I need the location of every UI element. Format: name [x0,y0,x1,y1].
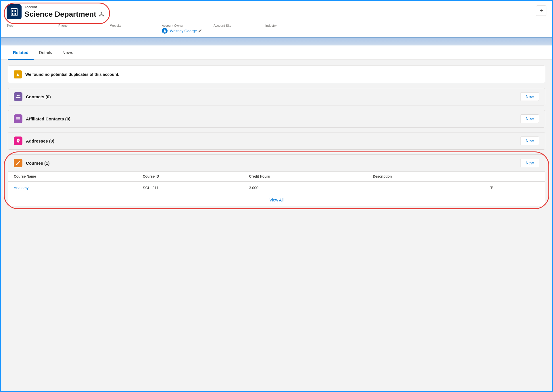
type-label: Type [7,24,47,27]
industry-field: Industry [265,24,306,34]
course-name-cell: Anatomy [8,182,137,194]
addresses-title: Addresses (0) [26,139,520,143]
course-name-link[interactable]: Anatomy [14,186,28,190]
account-site-field: Account Site [214,24,254,34]
hierarchy-icon[interactable] [99,11,104,17]
col-course-name: Course Name [8,172,137,182]
account-name: Science Department [24,10,104,19]
account-header: Account Science Department + Type Phone [1,1,552,37]
addresses-new-button[interactable]: New [520,137,539,145]
svg-point-2 [102,15,104,16]
svg-point-1 [99,15,101,16]
col-actions [483,172,545,182]
addresses-card-header: Addresses (0) New [8,132,545,149]
col-credit-hours: Credit Hours [243,172,367,182]
svg-point-0 [101,12,102,13]
duplicate-text: We found no potential duplicates of this… [25,72,119,77]
website-label: Website [110,24,150,27]
contacts-card-header: Contacts (0) New [8,88,545,105]
courses-table-header-row: Course Name Course ID Credit Hours Descr… [8,172,545,182]
type-field: Type [7,24,47,34]
blue-band-separator [1,37,552,45]
tab-details[interactable]: Details [34,45,57,60]
addresses-card: Addresses (0) New [8,132,545,150]
affiliated-contacts-icon [14,114,22,123]
industry-label: Industry [265,24,306,27]
owner-avatar [162,28,168,34]
svg-line-5 [101,14,103,15]
website-field: Website [110,24,150,34]
header-top-row: Account Science Department + [7,4,546,19]
related-content-area: ▲ We found no potential duplicates of th… [1,60,552,261]
view-all-link[interactable]: View All [270,198,284,202]
account-owner-value[interactable]: Whitney George [162,28,202,34]
affiliated-icon-svg [16,116,21,121]
account-icon [7,4,22,19]
col-description: Description [367,172,483,182]
description-cell [367,182,483,194]
courses-title: Courses (1) [26,161,520,166]
building-icon [9,7,19,16]
view-all: View All [8,194,545,206]
add-button[interactable]: + [536,5,546,16]
courses-oval-wrapper: Courses (1) New Course Name Course ID Cr… [8,154,545,206]
row-dropdown-icon[interactable]: ▼ [489,185,494,190]
affiliated-contacts-title: Affiliated Contacts (0) [26,116,520,121]
addresses-icon [14,137,22,145]
account-title-block: Account Science Department [24,5,104,19]
courses-card: Courses (1) New Course Name Course ID Cr… [8,154,545,206]
courses-table: Course Name Course ID Credit Hours Descr… [8,172,545,194]
header-fields: Type Phone Website Account Owner Whitney… [7,21,546,37]
courses-card-header: Courses (1) New [8,155,545,172]
contacts-icon-svg [16,94,21,99]
account-name-text: Science Department [24,10,96,19]
svg-line-4 [100,14,101,15]
person-icon [163,29,167,33]
account-owner-label: Account Owner [162,24,202,27]
main-content: Related Details News ▲ We found no poten… [1,45,552,261]
course-id-cell: SCI - 211 [137,182,243,194]
duplicate-banner: ▲ We found no potential duplicates of th… [8,66,545,83]
credit-hours-cell: 3.000 [243,182,367,194]
phone-field: Phone [58,24,99,34]
contacts-title: Contacts (0) [26,94,520,99]
col-course-id: Course ID [137,172,243,182]
table-row: Anatomy SCI - 211 3.000 ▼ [8,182,545,194]
addresses-icon-svg [16,138,21,143]
contacts-icon [14,92,22,101]
row-actions-cell: ▼ [483,182,545,194]
account-owner-field: Account Owner Whitney George [162,24,202,34]
edit-icon [198,29,202,33]
account-site-label: Account Site [214,24,254,27]
owner-name: Whitney George [170,29,197,33]
affiliated-contacts-card: Affiliated Contacts (0) New [8,110,545,128]
affiliated-contacts-card-header: Affiliated Contacts (0) New [8,110,545,127]
account-label: Account [24,5,104,9]
tab-news[interactable]: News [57,45,78,60]
tabs-bar: Related Details News [1,45,552,60]
phone-label: Phone [58,24,99,27]
duplicate-icon: ▲ [14,70,22,78]
courses-new-button[interactable]: New [520,159,539,167]
contacts-card: Contacts (0) New [8,88,545,105]
tab-related[interactable]: Related [8,45,34,60]
contacts-new-button[interactable]: New [520,92,539,101]
courses-icon-svg [16,160,21,166]
courses-icon [14,159,22,167]
affiliated-contacts-new-button[interactable]: New [520,114,539,123]
